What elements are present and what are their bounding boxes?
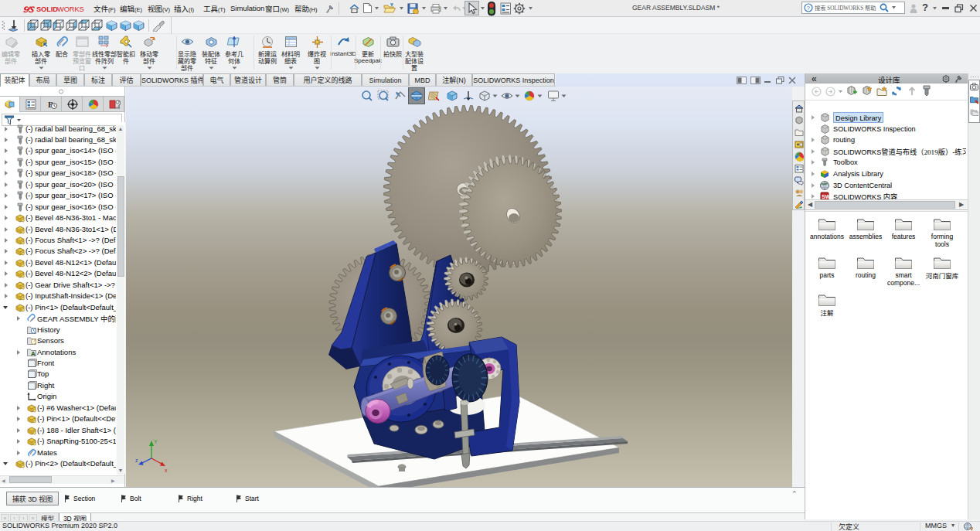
svg-text:搜索 SOLIDWORKS 帮助: 搜索 SOLIDWORKS 帮助	[815, 4, 876, 12]
svg-text:A: A	[31, 350, 36, 357]
svg-text:WORKS: WORKS	[57, 5, 84, 13]
svg-text:SOLID: SOLID	[36, 5, 58, 13]
svg-text:z: z	[135, 458, 138, 463]
svg-text:Y: Y	[154, 439, 158, 444]
svg-text:?: ?	[807, 5, 811, 12]
svg-text:x: x	[165, 468, 168, 473]
